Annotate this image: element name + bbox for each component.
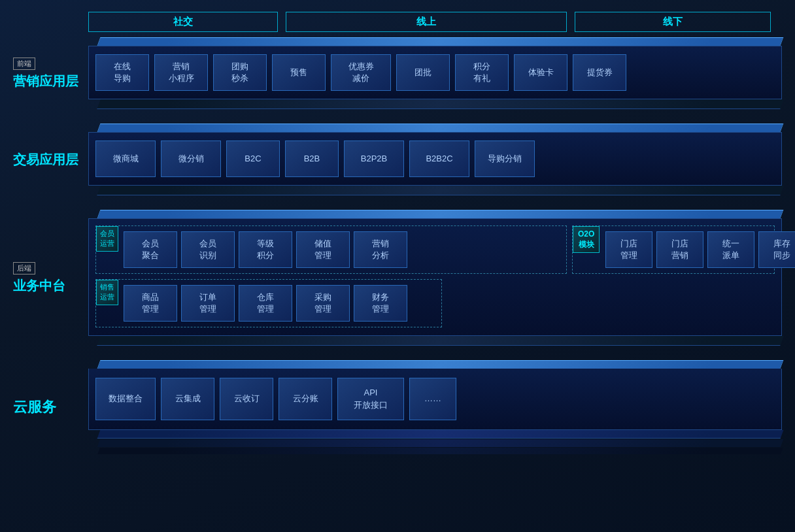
module-tihuo-quan: 提货券	[573, 54, 626, 91]
module-daogou-fensiao: 导购分销	[475, 141, 535, 177]
transaction-title: 交易应用层	[13, 151, 78, 168]
module-yun-shoudai: 云收订	[220, 378, 273, 420]
module-b2p2b: B2P2B	[344, 141, 404, 177]
cloud-main-face: 数据整合 云集成 云收订 云分账 API开放接口 ……	[88, 369, 782, 430]
module-zaixian-daogou: 在线导购	[95, 54, 149, 91]
cloud-bottom-face-1	[97, 430, 784, 439]
marketing-main-face: 在线导购 营销小程序 团购秒杀 预售 优惠券减价 团批 积分有礼 体验卡 提货券	[88, 46, 782, 99]
cloud-modules: 数据整合 云集成 云收订 云分账 API开放接口 ……	[95, 378, 775, 420]
module-b2b2c: B2B2C	[409, 141, 469, 177]
module-dengji-jifen: 等级积分	[239, 231, 292, 268]
module-caiwu-guanli: 财务管理	[354, 285, 407, 322]
module-api-kaifang: API开放接口	[337, 378, 404, 420]
cloud-label: 云服务	[13, 360, 88, 454]
module-b2c: B2C	[226, 141, 280, 177]
module-mendian-yingxiao: 门店营销	[656, 231, 703, 268]
marketing-platform: 在线导购 营销小程序 团购秒杀 预售 优惠券减价 团批 积分有礼 体验卡 提货券	[88, 37, 782, 109]
module-weifen-xiao: 微分销	[161, 141, 221, 177]
sales-subgroup: 销售运营 商品管理 订单管理 仓库管理 采购管理 财务管理	[95, 279, 442, 327]
module-b2b: B2B	[285, 141, 339, 177]
business-main-face: 会员运营 会员聚合 会员识别 等级积分 储值管理 营销分析 O2O模块 门店管理…	[88, 218, 782, 336]
marketing-top-face	[97, 37, 784, 46]
module-chuzhi-guanli: 储值管理	[296, 231, 350, 268]
transaction-bottom-face	[97, 186, 783, 195]
module-huiyuan-shibie: 会员识别	[181, 231, 235, 268]
business-platform: 会员运营 会员聚合 会员识别 等级积分 储值管理 营销分析 O2O模块 门店管理…	[88, 210, 782, 346]
module-tongyi-padan: 统一派单	[707, 231, 754, 268]
channel-shejiao: 社交	[88, 12, 278, 32]
transaction-label: 交易应用层	[13, 124, 88, 195]
module-yushou: 预售	[272, 54, 326, 91]
module-shangpin-guanli: 商品管理	[124, 285, 177, 322]
channel-xianxia: 线下	[575, 12, 771, 32]
channel-header-row: 社交 线上 线下	[88, 12, 782, 32]
module-mendian-guanli: 门店管理	[605, 231, 652, 268]
member-ops-row: 会员运营 会员聚合 会员识别 等级积分 储值管理 营销分析 O2O模块 门店管理…	[95, 225, 775, 274]
business-tag: 后端	[13, 262, 35, 274]
module-jifen-youli: 积分有礼	[455, 54, 509, 91]
module-cangku-guanli: 仓库管理	[239, 285, 292, 322]
business-layer-section: 后端 业务中台 会员运营 会员聚合 会员识别 等级积分 储值管理	[13, 210, 782, 346]
module-yingxiao-fenxi: 营销分析	[354, 231, 407, 268]
module-kucun-tongbu: 库存同步	[758, 231, 795, 268]
module-shuju-zhenghe: 数据整合	[95, 378, 156, 420]
marketing-tag: 前端	[13, 58, 35, 70]
cloud-bottom-face-2	[97, 439, 783, 447]
module-tuanpi: 团批	[396, 54, 450, 91]
business-bottom-face	[97, 336, 783, 346]
module-weishangcheng: 微商城	[95, 141, 156, 177]
module-dingdan-guanli: 订单管理	[181, 285, 235, 322]
cloud-title: 云服务	[13, 398, 56, 417]
member-subgroup: 会员运营 会员聚合 会员识别 等级积分 储值管理 营销分析	[95, 225, 567, 274]
transaction-platform: 微商城 微分销 B2C B2B B2P2B B2B2C 导购分销	[88, 124, 782, 195]
business-top-face	[97, 210, 784, 218]
module-youhuijuan-jianjia: 优惠券减价	[331, 54, 391, 91]
marketing-modules: 在线导购 营销小程序 团购秒杀 预售 优惠券减价 团批 积分有礼 体验卡 提货券	[95, 54, 775, 91]
transaction-modules: 微商城 微分销 B2C B2B B2P2B B2B2C 导购分销	[95, 141, 775, 177]
module-yun-fenzha: 云分账	[279, 378, 332, 420]
module-tiyan-ka: 体验卡	[514, 54, 567, 91]
cloud-top-face	[97, 360, 784, 369]
channel-xiangshang: 线上	[286, 12, 567, 32]
o2o-subgroup: O2O模块 门店管理 门店营销 统一派单 库存同步	[572, 225, 775, 274]
transaction-main-face: 微商城 微分销 B2C B2B B2P2B B2B2C 导购分销	[88, 132, 782, 186]
module-ellipsis: ……	[409, 378, 456, 420]
sales-ops-label: 销售运营	[96, 280, 118, 305]
cloud-platform: 数据整合 云集成 云收订 云分账 API开放接口 ……	[88, 360, 782, 454]
o2o-label: O2O模块	[573, 226, 600, 253]
module-huiyuan-juhe: 会员聚合	[124, 231, 177, 268]
module-tuangou-miaosha: 团购秒杀	[213, 54, 267, 91]
module-yingxiao-xiaochengxu: 营销小程序	[154, 54, 208, 91]
business-label: 后端 业务中台	[13, 210, 88, 346]
member-ops-label: 会员运营	[96, 226, 118, 252]
marketing-label: 前端 营销应用层	[13, 37, 88, 109]
cloud-layer-section: 云服务 数据整合 云集成 云收订 云分账 API开放接口 ……	[13, 360, 782, 454]
business-title: 业务中台	[13, 277, 65, 294]
transaction-top-face	[97, 124, 784, 132]
module-yun-jicheng: 云集成	[161, 378, 214, 420]
module-caigou-guanli: 采购管理	[296, 285, 350, 322]
marketing-layer-section: 前端 营销应用层 在线导购 营销小程序 团购秒杀 预售 优惠券减价 团批 积分有…	[13, 37, 782, 109]
transaction-layer-section: 交易应用层 微商城 微分销 B2C B2B B2P2B B2B2C 导购分销	[13, 124, 782, 195]
marketing-bottom-face	[97, 99, 783, 109]
marketing-title: 营销应用层	[13, 73, 78, 90]
cloud-bottom-face-3	[97, 448, 783, 454]
